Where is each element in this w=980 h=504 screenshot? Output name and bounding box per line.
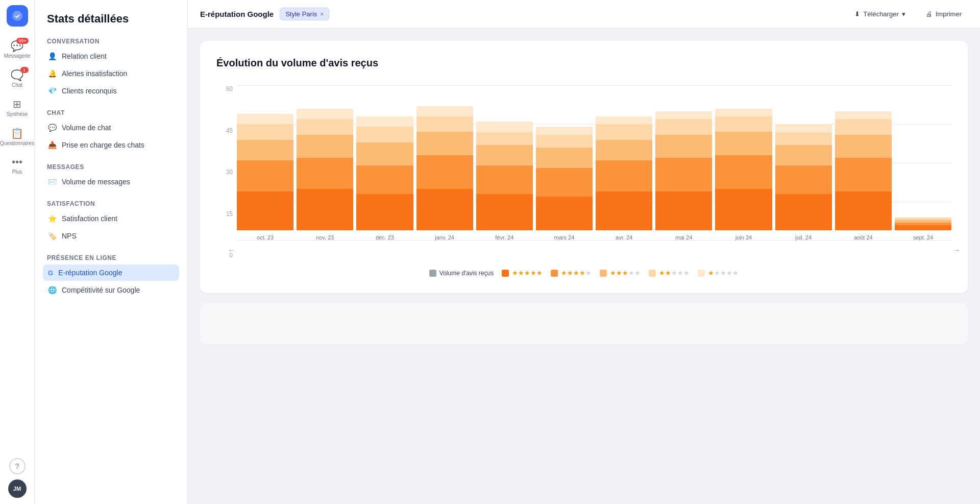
sidebar-item-synthese[interactable]: ⊞ Synthèse	[2, 94, 33, 121]
bar-group: sept. 24	[895, 218, 951, 241]
bar-segment	[476, 132, 533, 145]
bar-group: avr. 24	[596, 116, 652, 241]
legend-volume-checkbox[interactable]	[429, 270, 436, 277]
sidebar-item-relation-client[interactable]: 👤 Relation client	[43, 48, 179, 64]
bar-stack	[655, 111, 712, 230]
sidebar-item-volume-chat[interactable]: 💬 Volume de chat	[43, 119, 179, 136]
bar-segment	[775, 165, 832, 194]
second-chart-card	[200, 303, 968, 344]
chart-card: Évolution du volume d'avis reçus 60 45 3…	[200, 41, 968, 293]
section-label-chat: Chat	[43, 109, 179, 116]
bar-segment	[297, 119, 353, 134]
bar-segment	[835, 119, 892, 134]
bar-segment	[297, 158, 353, 189]
bar-label: janv. 24	[435, 234, 454, 241]
bar-stack	[237, 114, 293, 230]
legend-5stars[interactable]: ★★★★★	[502, 269, 543, 277]
bar-group: mars 24	[536, 127, 593, 241]
bar-segment	[536, 135, 593, 148]
synthese-icon: ⊞	[13, 98, 21, 110]
app-logo[interactable]	[7, 5, 28, 27]
sidebar-item-competitivite-google[interactable]: 🌐 Compétitivité sur Google	[43, 282, 179, 298]
chart-area: oct. 23nov. 23déc. 23janv. 24févr. 24mar…	[237, 85, 951, 259]
content-area: Évolution du volume d'avis reçus 60 45 3…	[188, 29, 980, 504]
bar-segment	[356, 116, 413, 127]
filter-tag-style-paris[interactable]: Style Paris ×	[280, 8, 329, 20]
legend-1star[interactable]: ★★★★★	[698, 269, 739, 277]
help-button[interactable]: ?	[9, 458, 26, 474]
bar-segment	[356, 194, 413, 230]
volume-messages-icon: ✉️	[48, 178, 57, 186]
bar-stack	[596, 116, 652, 230]
sidebar-item-messagerie[interactable]: 💬 Messagerie 99+	[2, 36, 33, 63]
sidebar-item-clients-reconquis[interactable]: 💎 Clients reconquis	[43, 83, 179, 99]
bar-segment	[237, 191, 293, 230]
bar-segment	[835, 158, 892, 191]
bar-label: avr. 24	[616, 234, 632, 241]
bar-segment	[536, 197, 593, 230]
questionnaires-icon: 📋	[11, 127, 23, 139]
legend-2stars-checkbox[interactable]	[649, 270, 656, 277]
bar-segment	[775, 132, 832, 145]
bar-label: déc. 23	[376, 234, 394, 241]
legend-5stars-checkbox[interactable]	[502, 270, 509, 277]
sidebar-item-plus[interactable]: ••• Plus	[2, 152, 33, 179]
y-label-45: 45	[226, 127, 233, 134]
page-title: E-réputation Google	[200, 10, 274, 18]
bar-group: juin 24	[715, 109, 772, 241]
bar-segment	[476, 165, 533, 194]
user-avatar[interactable]: JM	[8, 479, 27, 498]
sidebar-item-alertes-insatisfaction[interactable]: 🔔 Alertes insatisfaction	[43, 65, 179, 82]
chart-prev-arrow[interactable]: ←	[228, 246, 236, 255]
relation-client-icon: 👤	[48, 52, 57, 60]
legend-2stars[interactable]: ★★★★★	[649, 269, 690, 277]
chart-next-arrow[interactable]: →	[952, 246, 961, 255]
bar-stack	[715, 109, 772, 230]
legend-3stars-checkbox[interactable]	[600, 270, 607, 277]
imprimer-button[interactable]: 🖨 Imprimer	[920, 7, 968, 21]
section-label-messages: Messages	[43, 163, 179, 171]
sidebar-item-nps[interactable]: 🏷️ NPS	[43, 228, 179, 244]
chart-legend: Volume d'avis reçus ★★★★★ ★★★★★ ★★★★★	[216, 269, 951, 277]
bar-label: mars 24	[554, 234, 575, 241]
bar-segment	[416, 155, 473, 189]
sidebar-item-questionnaires[interactable]: 📋 Questionnaires	[2, 123, 33, 150]
bar-label: mai 24	[675, 234, 692, 241]
legend-volume[interactable]: Volume d'avis reçus	[429, 270, 494, 277]
chat-badge: 1	[20, 67, 29, 73]
bar-stack	[895, 218, 951, 230]
svg-point-0	[12, 11, 22, 21]
sidebar-title: Stats détaillées	[43, 12, 179, 26]
bar-segment	[476, 145, 533, 166]
legend-1star-checkbox[interactable]	[698, 270, 705, 277]
bar-segment	[835, 191, 892, 230]
top-bar-actions: ⬇ Télécharger ▾ 🖨 Imprimer	[848, 7, 968, 21]
y-label-30: 30	[226, 169, 233, 176]
sidebar-item-e-reputation-google[interactable]: G E-réputation Google	[43, 265, 179, 281]
bar-segment	[536, 148, 593, 169]
sidebar-item-volume-messages[interactable]: ✉️ Volume de messages	[43, 174, 179, 190]
bar-group: nov. 23	[297, 109, 353, 241]
bar-segment	[655, 191, 712, 230]
bar-group: févr. 24	[476, 122, 533, 241]
telecharger-button[interactable]: ⬇ Télécharger ▾	[848, 7, 911, 21]
bar-segment	[356, 142, 413, 166]
dropdown-arrow-icon: ▾	[902, 10, 905, 18]
bar-segment	[655, 135, 712, 158]
sidebar-item-satisfaction-client[interactable]: ⭐ Satisfaction client	[43, 210, 179, 227]
bar-segment	[416, 116, 473, 132]
legend-4stars[interactable]: ★★★★★	[551, 269, 592, 277]
prise-en-charge-icon: 📥	[48, 141, 57, 149]
bar-segment	[596, 191, 652, 230]
print-icon: 🖨	[926, 10, 933, 18]
bar-label: oct. 23	[257, 234, 274, 241]
bar-label: août 24	[854, 234, 873, 241]
sidebar-item-chat[interactable]: 🗨️ Chat 1	[2, 65, 33, 92]
bar-segment	[237, 114, 293, 124]
bar-segment	[655, 119, 712, 134]
bar-segment	[297, 109, 353, 119]
legend-4stars-checkbox[interactable]	[551, 270, 558, 277]
legend-3stars[interactable]: ★★★★★	[600, 269, 641, 277]
sidebar-item-prise-en-charge[interactable]: 📥 Prise en charge des chats	[43, 137, 179, 153]
close-filter-icon[interactable]: ×	[320, 11, 324, 18]
